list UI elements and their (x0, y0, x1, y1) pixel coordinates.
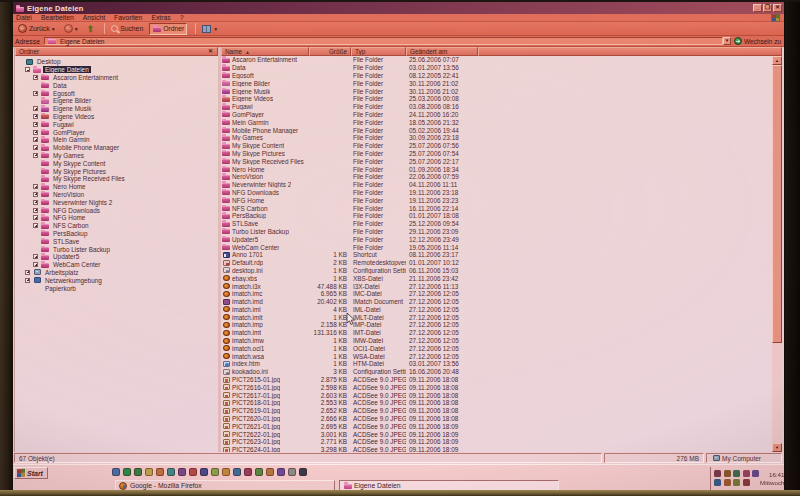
quick-launch-icon[interactable] (222, 468, 230, 476)
tree-item[interactable]: Ascaron Entertainment (15, 74, 218, 82)
file-row[interactable]: imatch.wsa1 KBWSA-Datei27.12.2006 12:05 (221, 352, 772, 360)
file-row[interactable]: My Skype ContentFile Folder25.07.2006 07… (221, 142, 772, 150)
expand-icon[interactable] (33, 223, 38, 228)
tree-item[interactable]: STLSave (15, 237, 218, 245)
quick-launch-icon[interactable] (189, 468, 197, 476)
quick-launch-icon[interactable] (244, 468, 252, 476)
file-row[interactable]: Neverwinter Nights 2File Folder04.11.200… (221, 181, 772, 189)
go-button[interactable]: ➜ Wechseln zu (734, 37, 781, 45)
file-row[interactable]: imatch.imc6.965 KBIMC-Datei27.12.2006 12… (221, 290, 772, 298)
file-row[interactable]: GomPlayerFile Folder24.11.2006 16:20 (221, 111, 772, 119)
tree-item[interactable]: PersBackup (15, 230, 218, 238)
quick-launch-icon[interactable] (288, 468, 296, 476)
quick-launch-icon[interactable] (200, 468, 208, 476)
quick-launch-icon[interactable] (233, 468, 241, 476)
file-row[interactable]: PICT2620-01.jpg2.666 KBACDSee 9.0 JPEG B… (221, 415, 772, 423)
file-row[interactable]: PICT2618-01.jpg2.553 KBACDSee 9.0 JPEG B… (221, 399, 772, 407)
file-row[interactable]: Updater5File Folder12.12.2006 23:49 (221, 235, 772, 243)
search-button[interactable]: Suchen (109, 23, 145, 35)
quick-launch-icon[interactable] (123, 468, 131, 476)
expand-icon[interactable] (33, 114, 38, 119)
expand-icon[interactable] (33, 145, 38, 150)
tree-item[interactable]: My Skype Received Files (15, 175, 218, 183)
tree-item[interactable]: Netzwerkumgebung (15, 276, 218, 284)
menu-item-hilfe[interactable]: ? (180, 14, 184, 21)
file-row[interactable]: NFG DownloadsFile Folder19.11.2006 23:18 (221, 189, 772, 197)
column-header-name[interactable]: Name▲ (221, 47, 309, 56)
expand-icon[interactable] (33, 254, 38, 259)
tray-icon[interactable] (743, 479, 750, 486)
expand-icon[interactable] (25, 278, 30, 283)
file-row[interactable]: imatch.imw1 KBIMW-Datei27.12.2006 12:05 (221, 337, 772, 345)
file-row[interactable]: imatch.imt131.316 KBIMT-Datei27.12.2006 … (221, 329, 772, 337)
file-row[interactable]: Ascaron EntertainmentFile Folder25.06.20… (221, 56, 772, 64)
tree-item[interactable]: Eigene Bilder (15, 97, 218, 105)
tree-item[interactable]: Mein Garmin (15, 136, 218, 144)
file-row[interactable]: NFG HomeFile Folder19.11.2006 23:23 (221, 196, 772, 204)
address-dropdown-button[interactable]: ▼ (723, 37, 731, 45)
file-row[interactable]: PICT2621-01.jpg2.695 KBACDSee 9.0 JPEG B… (221, 422, 772, 430)
expand-icon[interactable] (33, 192, 38, 197)
tray-icon[interactable] (714, 479, 721, 486)
file-row[interactable]: EgosoftFile Folder08.12.2005 22:41 (221, 72, 772, 80)
scroll-thumb[interactable] (772, 65, 782, 343)
file-row[interactable]: imatch.imp2.158 KBIMP-Datei27.12.2006 12… (221, 321, 772, 329)
collapse-icon[interactable] (25, 67, 30, 72)
file-row[interactable]: Mein GarminFile Folder18.05.2006 21:32 (221, 118, 772, 126)
vertical-scrollbar[interactable]: ▲ ▼ (772, 56, 782, 452)
tray-icon[interactable] (724, 479, 731, 486)
tree-item[interactable]: Mobile Phone Manager (15, 144, 218, 152)
tree-item[interactable]: GomPlayer (15, 128, 218, 136)
quick-launch-icon[interactable] (211, 468, 219, 476)
file-row[interactable]: PICT2617-01.jpg2.603 KBACDSee 9.0 JPEG B… (221, 391, 772, 399)
file-row[interactable]: imatch.oci11 KBOCI1-Datei27.12.2006 12:0… (221, 344, 772, 352)
quick-launch-icon[interactable] (299, 468, 307, 476)
quick-launch-icon[interactable] (255, 468, 263, 476)
file-row[interactable]: PersBackupFile Folder01.01.2007 18:08 (221, 212, 772, 220)
file-row[interactable]: imatch.iml4 KBIML-Datei27.12.2006 12:05 (221, 306, 772, 314)
tree-item[interactable]: NFG Home (15, 214, 218, 222)
expand-icon[interactable] (33, 91, 38, 96)
back-dropdown-icon[interactable]: ▼ (51, 26, 56, 32)
tray-clock[interactable]: 16:41 Mittwoch (760, 471, 786, 486)
tray-icon[interactable] (733, 479, 740, 486)
expand-icon[interactable] (33, 75, 38, 80)
tree-item[interactable]: My Skype Content (15, 159, 218, 167)
file-row[interactable]: Eigene VideosFile Folder25.03.2006 00:08 (221, 95, 772, 103)
expand-icon[interactable] (33, 262, 38, 267)
file-row[interactable]: STLSaveFile Folder25.12.2006 09:54 (221, 220, 772, 228)
back-button[interactable]: ← Zurück▼ (16, 23, 58, 35)
file-row[interactable]: NFS CarbonFile Folder16.11.2006 22:14 (221, 204, 772, 212)
tree-item[interactable]: Nero Home (15, 183, 218, 191)
tree-item[interactable]: Arbeitsplatz (15, 269, 218, 277)
file-row[interactable]: FugawiFile Folder03.08.2006 08:16 (221, 103, 772, 111)
close-button[interactable]: ✕ (773, 4, 782, 12)
views-dropdown-icon[interactable]: ▼ (213, 26, 218, 32)
up-button[interactable]: ⬆ (85, 23, 97, 35)
expand-icon[interactable] (33, 122, 38, 127)
file-row[interactable]: imatch.imd20.402 KBIMatch Document27.12.… (221, 298, 772, 306)
quick-launch-icon[interactable] (167, 468, 175, 476)
menu-item-favoriten[interactable]: Favoriten (114, 14, 142, 21)
tray-icon[interactable] (752, 470, 759, 477)
tree-item[interactable]: Eigene Dateien (15, 66, 218, 74)
file-row[interactable]: Anno 17011 KBShortcut08.11.2006 23:17 (221, 251, 772, 259)
start-button[interactable]: Start (14, 467, 48, 479)
expand-icon[interactable] (25, 270, 30, 275)
quick-launch-icon[interactable] (178, 468, 186, 476)
tree-item[interactable]: WebCam Center (15, 261, 218, 269)
menu-item-extras[interactable]: Extras (151, 14, 170, 21)
tree-item[interactable]: Neverwinter Nights 2 (15, 198, 218, 206)
file-row[interactable]: DataFile Folder03.01.2007 13:56 (221, 64, 772, 72)
tree-item[interactable]: Turbo Lister Backup (15, 245, 218, 253)
tree-item[interactable]: Egosoft (15, 89, 218, 97)
tree-item[interactable]: My Skype Pictures (15, 167, 218, 175)
scroll-up-button[interactable]: ▲ (772, 56, 782, 65)
views-button[interactable]: ▼ (200, 23, 220, 35)
folders-close-icon[interactable]: ✕ (207, 48, 214, 55)
tree-item[interactable]: Data (15, 81, 218, 89)
tree-item[interactable]: Desktop (15, 58, 218, 66)
tree-item[interactable]: NFG Downloads (15, 206, 218, 214)
file-row[interactable]: Nero HomeFile Folder01.09.2006 18:34 (221, 165, 772, 173)
file-row[interactable]: index.htm1 KBHTM-Datei03.01.2007 13:56 (221, 360, 772, 368)
